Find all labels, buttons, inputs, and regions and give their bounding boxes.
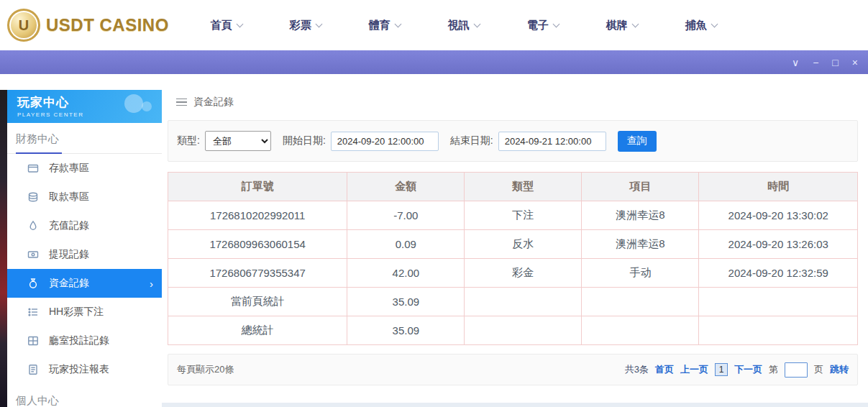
end-date-label: 結束日期: xyxy=(450,134,493,147)
sidebar-item-label: 提現記錄 xyxy=(49,248,89,261)
page-size-text: 每頁顯示20條 xyxy=(177,363,234,376)
sidebar-item-取款專區[interactable]: 取款專區 xyxy=(7,183,162,211)
column-header: 項目 xyxy=(582,173,699,201)
sidebar-item-label: 充值記錄 xyxy=(49,219,89,232)
table-row: 17268099630601540.09反水澳洲幸运82024-09-20 13… xyxy=(168,230,858,259)
table-cell: 1726806779355347 xyxy=(168,259,347,288)
next-page-link[interactable]: 下一页 xyxy=(734,363,762,376)
fund-table-body: 1726810202992011-7.00下注澳洲幸运82024-09-20 1… xyxy=(168,201,858,345)
nav-item-3[interactable]: 視訊 xyxy=(448,19,480,32)
table-cell xyxy=(699,288,858,316)
window-controls: ∨−□× xyxy=(792,50,858,74)
table-cell: 42.00 xyxy=(347,259,465,288)
chevron-down-icon xyxy=(473,20,480,27)
sidebar-item-提現記錄[interactable]: 提現記錄 xyxy=(7,240,162,269)
maximize-icon[interactable]: □ xyxy=(832,58,838,68)
sidebar-subtitle: PLAYERS CENTER xyxy=(17,111,162,118)
jump-label-post: 页 xyxy=(814,363,823,376)
recharge-record-icon xyxy=(27,220,40,232)
game-controller-icon xyxy=(124,94,143,113)
sidebar-section-personal: 個人中心 xyxy=(7,384,162,407)
nav-item-label: 首頁 xyxy=(211,19,232,32)
sidebar-item-HH彩票下注[interactable]: HH彩票下注 xyxy=(7,298,162,326)
table-cell xyxy=(582,316,699,345)
sidebar-item-label: 資金記錄 xyxy=(49,277,89,290)
sidebar-item-label: 取款專區 xyxy=(49,191,89,204)
table-cell: 1726809963060154 xyxy=(168,230,347,259)
sidebar-item-label: HH彩票下注 xyxy=(49,306,104,319)
table-cell: 2024-09-20 12:32:59 xyxy=(699,259,858,288)
main-content: 資金記錄 類型: 全部 開始日期: 結束日期: 查詢 訂單號金額類型項目時間 1… xyxy=(168,90,858,407)
sidebar-item-label: 玩家投注報表 xyxy=(49,363,109,376)
query-button[interactable]: 查詢 xyxy=(618,131,657,152)
minimize-icon[interactable]: − xyxy=(813,58,818,68)
section-finance-label: 財務中心 xyxy=(16,132,59,145)
sidebar-item-label: 存款專區 xyxy=(49,162,89,175)
nav-item-label: 視訊 xyxy=(448,19,470,32)
sidebar-section-finance: 財務中心 xyxy=(7,123,162,154)
end-date-input[interactable] xyxy=(498,132,606,151)
sidebar-header: 玩家中心 PLAYERS CENTER xyxy=(7,90,162,123)
sidebar-item-label: 廳室投註記錄 xyxy=(49,334,109,347)
table-cell: 1726810202992011 xyxy=(168,201,347,230)
nav-item-6[interactable]: 捕魚 xyxy=(685,19,717,32)
top-header: U USDT CASINO 首頁彩票體育視訊電子棋牌捕魚 xyxy=(0,0,868,50)
casino-logo-icon: U xyxy=(7,9,40,42)
nav-item-0[interactable]: 首頁 xyxy=(211,19,242,32)
sidebar-item-充值記錄[interactable]: 充值記錄 xyxy=(7,211,162,240)
collapse-icon[interactable]: ∨ xyxy=(792,58,799,68)
first-page-link[interactable]: 首页 xyxy=(655,363,674,376)
table-footer: 每頁顯示20條 共3条 首页 上一页 1 下一页 第 页 跳转 xyxy=(168,354,858,385)
table-cell xyxy=(699,316,858,345)
current-page[interactable]: 1 xyxy=(715,363,728,376)
chevron-down-icon xyxy=(394,20,401,27)
fund-table: 訂單號金額類型項目時間 1726810202992011-7.00下注澳洲幸运8… xyxy=(168,172,858,345)
menu-hamburger-icon[interactable] xyxy=(176,99,187,106)
pagination: 共3条 首页 上一页 1 下一页 第 页 跳转 xyxy=(625,362,849,378)
nav-item-label: 電子 xyxy=(527,19,549,32)
table-row: 172680677935534742.00彩金手动2024-09-20 12:3… xyxy=(168,259,858,288)
fund-table-wrap: 訂單號金額類型項目時間 1726810202992011-7.00下注澳洲幸运8… xyxy=(168,172,858,345)
sidebar-item-存款專區[interactable]: 存款專區 xyxy=(7,154,162,183)
deposit-icon xyxy=(27,163,40,175)
fund-table-head-row: 訂單號金額類型項目時間 xyxy=(168,173,858,201)
table-cell: 下注 xyxy=(465,201,582,230)
brand-name: USDT CASINO xyxy=(46,15,169,35)
page-jump-input[interactable] xyxy=(785,362,808,378)
jump-button[interactable]: 跳转 xyxy=(830,363,849,376)
nav-item-label: 體育 xyxy=(369,19,390,32)
sidebar-item-資金記錄[interactable]: 資金記錄› xyxy=(7,269,162,298)
type-label: 類型: xyxy=(177,134,200,147)
start-date-input[interactable] xyxy=(331,132,439,151)
sidebar-menu: 存款專區取款專區充值記錄提現記錄資金記錄›HH彩票下注廳室投註記錄玩家投注報表 xyxy=(7,154,162,384)
breadcrumb: 資金記錄 xyxy=(168,90,858,114)
table-cell: 0.09 xyxy=(347,230,465,259)
prev-page-link[interactable]: 上一页 xyxy=(680,363,708,376)
nav-item-4[interactable]: 電子 xyxy=(527,19,559,32)
nav-item-1[interactable]: 彩票 xyxy=(290,19,321,32)
brand[interactable]: U USDT CASINO xyxy=(7,9,169,42)
table-cell: 彩金 xyxy=(465,259,582,288)
type-select[interactable]: 全部 xyxy=(205,131,271,151)
table-cell: 35.09 xyxy=(347,316,465,345)
chevron-down-icon xyxy=(552,20,559,27)
sidebar-item-玩家投注報表[interactable]: 玩家投注報表 xyxy=(7,355,162,384)
chevron-down-icon xyxy=(315,20,322,27)
app-stage: 玩家中心 PLAYERS CENTER 財務中心 存款專區取款專區充值記錄提現記… xyxy=(0,74,868,407)
page-title: 資金記錄 xyxy=(193,96,234,109)
background-photo-strip xyxy=(0,90,7,407)
table-cell: 2024-09-20 13:30:02 xyxy=(699,201,858,230)
nav-item-label: 捕魚 xyxy=(685,19,707,32)
sidebar-item-廳室投註記錄[interactable]: 廳室投註記錄 xyxy=(7,326,162,355)
nav-item-2[interactable]: 體育 xyxy=(369,19,401,32)
filter-bar: 類型: 全部 開始日期: 結束日期: 查詢 xyxy=(168,120,858,162)
table-cell: 35.09 xyxy=(347,288,465,316)
table-cell: 2024-09-20 13:26:03 xyxy=(699,230,858,259)
table-cell: 手动 xyxy=(582,259,699,288)
close-icon[interactable]: × xyxy=(852,58,858,68)
nav-item-5[interactable]: 棋牌 xyxy=(606,19,638,32)
nav-item-label: 棋牌 xyxy=(606,19,628,32)
withdraw-icon xyxy=(27,191,40,204)
table-cell xyxy=(465,316,582,345)
column-header: 訂單號 xyxy=(168,173,347,201)
